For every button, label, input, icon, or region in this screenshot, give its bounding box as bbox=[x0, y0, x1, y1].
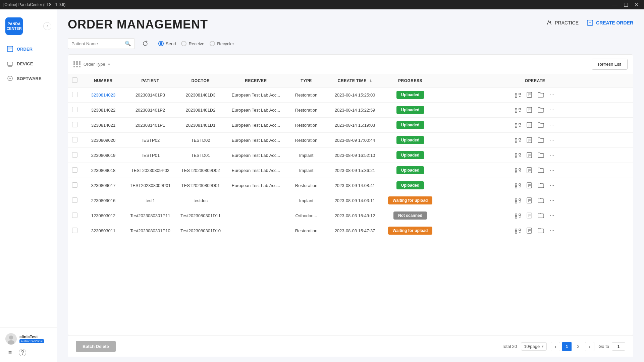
close-btn[interactable]: ✕ bbox=[632, 2, 641, 8]
cell-patient-0: 2023081401P3 bbox=[125, 87, 175, 103]
cell-receiver-3: European Test Lab Acc... bbox=[226, 133, 286, 148]
maximize-btn[interactable]: ☐ bbox=[622, 2, 630, 8]
more-icon-1[interactable]: ··· bbox=[548, 106, 556, 114]
select-all-checkbox[interactable] bbox=[72, 77, 77, 83]
menu-icon[interactable]: ≡ bbox=[6, 349, 14, 357]
row-checkbox-4[interactable] bbox=[72, 152, 77, 158]
folder-icon-1[interactable] bbox=[537, 106, 545, 114]
row-checkbox-2[interactable] bbox=[72, 122, 77, 127]
progress-badge-8: Not scanned bbox=[393, 212, 427, 220]
svg-rect-24 bbox=[515, 111, 517, 113]
refresh-list-btn[interactable]: Refresh List bbox=[592, 59, 628, 70]
more-icon-3[interactable]: ··· bbox=[548, 136, 556, 144]
search-input[interactable] bbox=[71, 41, 125, 46]
prev-page-btn[interactable]: ‹ bbox=[551, 342, 560, 351]
more-icon-6[interactable]: ··· bbox=[548, 181, 556, 189]
order-type-select[interactable]: Order Type ▾ bbox=[73, 61, 110, 67]
order-link-0[interactable]: 3230814023 bbox=[91, 93, 115, 98]
doc-icon-7[interactable] bbox=[525, 196, 533, 204]
refresh-icon[interactable] bbox=[140, 39, 150, 49]
cell-type-3: Restoration bbox=[286, 133, 326, 148]
row-checkbox-6[interactable] bbox=[72, 182, 77, 188]
goto-input[interactable] bbox=[612, 342, 625, 351]
page-2-btn[interactable]: 2 bbox=[574, 342, 583, 351]
sidebar-collapse-btn[interactable]: ‹ bbox=[43, 22, 51, 30]
window-controls[interactable]: — ☐ ✕ bbox=[610, 2, 641, 8]
doc-icon-4[interactable] bbox=[525, 151, 533, 159]
minimize-btn[interactable]: — bbox=[610, 2, 620, 8]
user-badge: AuthorizedClinic bbox=[19, 339, 44, 343]
doc-icon-3[interactable] bbox=[525, 136, 533, 144]
col-type: TYPE bbox=[286, 74, 326, 87]
svg-rect-44 bbox=[519, 154, 521, 155]
sidebar-item-order[interactable]: ORDER bbox=[0, 42, 57, 56]
cell-operate-4: ··· bbox=[437, 148, 633, 163]
scan-icon-0[interactable] bbox=[514, 91, 522, 99]
table-row: 3230814022 2023081401P2 2023081401D2 Eur… bbox=[68, 103, 633, 118]
folder-icon-8[interactable] bbox=[537, 212, 545, 220]
row-checkbox-8[interactable] bbox=[72, 213, 77, 218]
doc-icon-1[interactable] bbox=[525, 106, 533, 114]
folder-icon-2[interactable] bbox=[537, 121, 545, 129]
sidebar-software-label: SOFTWARE bbox=[17, 76, 42, 81]
create-order-btn[interactable]: CREATE ORDER bbox=[587, 19, 633, 26]
scan-icon-7[interactable] bbox=[514, 196, 522, 204]
row-checkbox-1[interactable] bbox=[72, 107, 77, 112]
doc-icon-2[interactable] bbox=[525, 121, 533, 129]
next-page-btn[interactable]: › bbox=[585, 342, 594, 351]
search-box[interactable]: 🔍 bbox=[68, 38, 135, 49]
practice-btn[interactable]: PRACTICE bbox=[546, 20, 579, 26]
more-icon-0[interactable]: ··· bbox=[548, 91, 556, 99]
folder-icon-0[interactable] bbox=[537, 91, 545, 99]
more-icon-8[interactable]: ··· bbox=[548, 212, 556, 220]
doc-icon-0[interactable] bbox=[525, 91, 533, 99]
cell-doctor-2: 2023081401D1 bbox=[175, 118, 226, 133]
page-size-select[interactable]: 10/page ▾ bbox=[521, 342, 547, 351]
sidebar-item-device[interactable]: DEVICE bbox=[0, 56, 57, 71]
doc-icon-8[interactable] bbox=[525, 212, 533, 220]
scan-icon-9[interactable] bbox=[514, 227, 522, 235]
folder-icon-3[interactable] bbox=[537, 136, 545, 144]
scan-icon-2[interactable] bbox=[514, 121, 522, 129]
doc-icon-9[interactable] bbox=[525, 227, 533, 235]
doc-icon-6[interactable] bbox=[525, 181, 533, 189]
folder-icon-4[interactable] bbox=[537, 151, 545, 159]
help-icon[interactable]: ? bbox=[19, 349, 26, 356]
cell-createtime-6: 2023-08-09 14:08:41 bbox=[326, 178, 383, 193]
row-checkbox-5[interactable] bbox=[72, 167, 77, 173]
row-checkbox-0[interactable] bbox=[72, 92, 77, 97]
sidebar-item-software[interactable]: SOFTWARE bbox=[0, 71, 57, 86]
folder-icon-7[interactable] bbox=[537, 196, 545, 204]
row-checkbox-9[interactable] bbox=[72, 228, 77, 233]
row-checkbox-7[interactable] bbox=[72, 197, 77, 203]
folder-icon-5[interactable] bbox=[537, 166, 545, 174]
more-icon-2[interactable]: ··· bbox=[548, 121, 556, 129]
svg-rect-58 bbox=[519, 184, 521, 185]
row-checkbox-3[interactable] bbox=[72, 137, 77, 142]
radio-recycler[interactable]: Recycler bbox=[210, 41, 234, 46]
scan-icon-1[interactable] bbox=[514, 106, 522, 114]
svg-rect-29 bbox=[515, 123, 517, 125]
page-1-btn[interactable]: 1 bbox=[562, 342, 572, 351]
svg-rect-59 bbox=[515, 186, 517, 188]
scan-icon-8[interactable] bbox=[514, 212, 522, 220]
avatar bbox=[5, 333, 17, 345]
col-number: NUMBER bbox=[82, 74, 125, 87]
scan-icon-4[interactable] bbox=[514, 151, 522, 159]
search-icon[interactable]: 🔍 bbox=[125, 41, 131, 47]
radio-receive[interactable]: Receive bbox=[181, 41, 204, 46]
batch-delete-btn[interactable]: Batch Delete bbox=[76, 341, 116, 352]
scan-icon-5[interactable] bbox=[514, 166, 522, 174]
col-createtime[interactable]: CREATE TIME ⬇ bbox=[326, 74, 383, 87]
doc-icon-5[interactable] bbox=[525, 166, 533, 174]
more-icon-9[interactable]: ··· bbox=[548, 227, 556, 235]
scan-icon-6[interactable] bbox=[514, 181, 522, 189]
scan-icon-3[interactable] bbox=[514, 136, 522, 144]
table-header: NUMBER PATIENT DOCTOR RECEIVER TYPE CREA… bbox=[68, 74, 633, 87]
more-icon-4[interactable]: ··· bbox=[548, 151, 556, 159]
more-icon-7[interactable]: ··· bbox=[548, 196, 556, 204]
radio-send[interactable]: Send bbox=[158, 41, 176, 46]
more-icon-5[interactable]: ··· bbox=[548, 166, 556, 174]
folder-icon-6[interactable] bbox=[537, 181, 545, 189]
folder-icon-9[interactable] bbox=[537, 227, 545, 235]
